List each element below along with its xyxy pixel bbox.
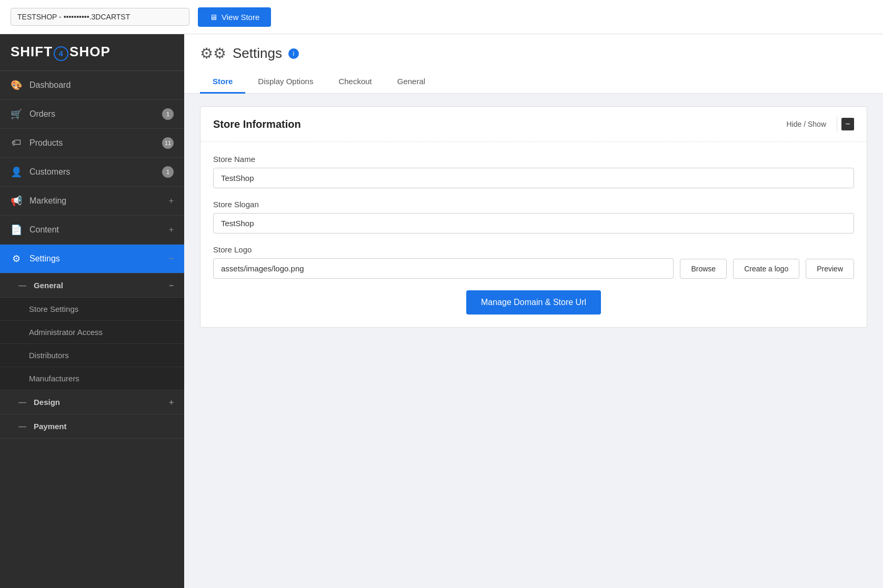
section-title: Store Information (213, 118, 301, 130)
store-logo-label: Store Logo (213, 245, 854, 254)
orders-badge: 1 (162, 108, 174, 120)
monitor-icon: 🖥 (209, 13, 217, 22)
settings-expand-icon: − (169, 254, 174, 263)
sidebar-item-content[interactable]: 📄 Content + (0, 216, 184, 245)
sidebar-item-label: Settings (29, 254, 60, 263)
settings-header: ⚙⚙ Settings i Store Display Options Chec… (184, 34, 883, 94)
administrator-access-label: Administrator Access (29, 328, 103, 337)
main-content: ⚙⚙ Settings i Store Display Options Chec… (184, 34, 883, 588)
sidebar-item-payment-header[interactable]: — Payment (0, 414, 184, 439)
payment-header-label: Payment (34, 422, 67, 431)
dashboard-icon: 🎨 (11, 79, 22, 91)
browse-button[interactable]: Browse (680, 259, 727, 279)
sidebar-item-manufacturers[interactable]: Manufacturers (0, 367, 184, 390)
products-icon: 🏷 (11, 137, 22, 148)
store-settings-label: Store Settings (29, 305, 78, 313)
general-header-label: General (34, 281, 63, 290)
store-slogan-label: Store Slogan (213, 200, 854, 209)
store-information-section: Store Information Hide / Show − Store Na… (200, 106, 867, 328)
customers-badge: 1 (162, 166, 174, 178)
sub-nav-dash: — (18, 422, 26, 431)
sidebar-item-label: Orders (29, 109, 55, 119)
tab-display-options[interactable]: Display Options (245, 70, 326, 94)
sidebar-item-distributors[interactable]: Distributors (0, 344, 184, 367)
create-logo-button[interactable]: Create a logo (733, 259, 799, 279)
view-store-button[interactable]: 🖥 View Store (198, 7, 271, 27)
logo-text: SHIFT4SHOP (11, 44, 111, 61)
store-name-input[interactable] (213, 168, 854, 188)
store-logo-group: Store Logo Browse Create a logo Preview (213, 245, 854, 279)
settings-icon: ⚙ (11, 253, 22, 265)
tab-checkout[interactable]: Checkout (326, 70, 384, 94)
content-expand-icon: + (169, 225, 174, 235)
marketing-icon: 📢 (11, 195, 22, 207)
section-header: Store Information Hide / Show − (200, 107, 867, 142)
sidebar-item-dashboard[interactable]: 🎨 Dashboard (0, 71, 184, 100)
marketing-expand-icon: + (169, 196, 174, 206)
sub-nav-dash: — (18, 281, 26, 290)
logo-badge: 4 (54, 46, 68, 61)
customers-icon: 👤 (11, 166, 22, 178)
design-expand-icon: + (169, 398, 174, 407)
sidebar-item-general-header[interactable]: — General − (0, 273, 184, 298)
distributors-label: Distributors (29, 351, 69, 360)
sidebar-item-design-header[interactable]: — Design + (0, 390, 184, 414)
sidebar-nav: 🎨 Dashboard 🛒 Orders 1 🏷 Products 11 👤 C… (0, 71, 184, 589)
collapse-button[interactable]: − (841, 118, 854, 130)
hide-show-button[interactable]: Hide / Show (787, 120, 826, 128)
divider (837, 116, 837, 132)
tabs: Store Display Options Checkout General (200, 70, 867, 93)
general-expand-icon: − (169, 281, 174, 290)
sidebar-item-label: Content (29, 225, 59, 235)
store-tab-content: Store Information Hide / Show − Store Na… (184, 94, 883, 340)
sidebar-item-label: Customers (29, 167, 70, 177)
preview-button[interactable]: Preview (806, 259, 854, 279)
logo-row: Browse Create a logo Preview (213, 258, 854, 279)
store-url-input[interactable] (11, 8, 189, 26)
manufacturers-label: Manufacturers (29, 374, 79, 383)
sidebar-item-customers[interactable]: 👤 Customers 1 (0, 158, 184, 187)
section-body: Store Name Store Slogan Store Logo Brows (200, 142, 867, 327)
sidebar-item-store-settings[interactable]: Store Settings (0, 298, 184, 321)
products-badge: 11 (162, 137, 174, 149)
sidebar: SHIFT4SHOP 🎨 Dashboard 🛒 Orders 1 🏷 Prod… (0, 34, 184, 588)
sidebar-item-products[interactable]: 🏷 Products 11 (0, 129, 184, 158)
sidebar-item-label: Marketing (29, 196, 66, 206)
store-slogan-group: Store Slogan (213, 200, 854, 234)
tab-store[interactable]: Store (200, 70, 245, 94)
content-icon: 📄 (11, 224, 22, 236)
sidebar-item-label: Dashboard (29, 80, 71, 90)
sidebar-item-settings[interactable]: ⚙ Settings − (0, 245, 184, 273)
sidebar-item-administrator-access[interactable]: Administrator Access (0, 321, 184, 344)
manage-domain-button[interactable]: Manage Domain & Store Url (466, 290, 601, 315)
sidebar-item-orders[interactable]: 🛒 Orders 1 (0, 100, 184, 129)
info-icon[interactable]: i (288, 48, 299, 59)
settings-submenu: — General − Store Settings Administrator… (0, 273, 184, 439)
store-slogan-input[interactable] (213, 213, 854, 234)
tab-general[interactable]: General (385, 70, 438, 94)
orders-icon: 🛒 (11, 108, 22, 120)
logo: SHIFT4SHOP (0, 34, 184, 71)
sidebar-item-marketing[interactable]: 📢 Marketing + (0, 187, 184, 216)
store-name-group: Store Name (213, 155, 854, 188)
store-logo-input[interactable] (213, 258, 674, 279)
sub-nav-dash: — (18, 398, 26, 407)
page-title: Settings (233, 45, 282, 62)
sidebar-item-label: Products (29, 138, 63, 148)
manage-domain-container: Manage Domain & Store Url (213, 290, 854, 315)
store-name-label: Store Name (213, 155, 854, 164)
settings-gear-icon: ⚙⚙ (200, 45, 226, 62)
view-store-label: View Store (222, 13, 259, 22)
general-sub-items: Store Settings Administrator Access Dist… (0, 298, 184, 390)
design-header-label: Design (34, 398, 60, 407)
